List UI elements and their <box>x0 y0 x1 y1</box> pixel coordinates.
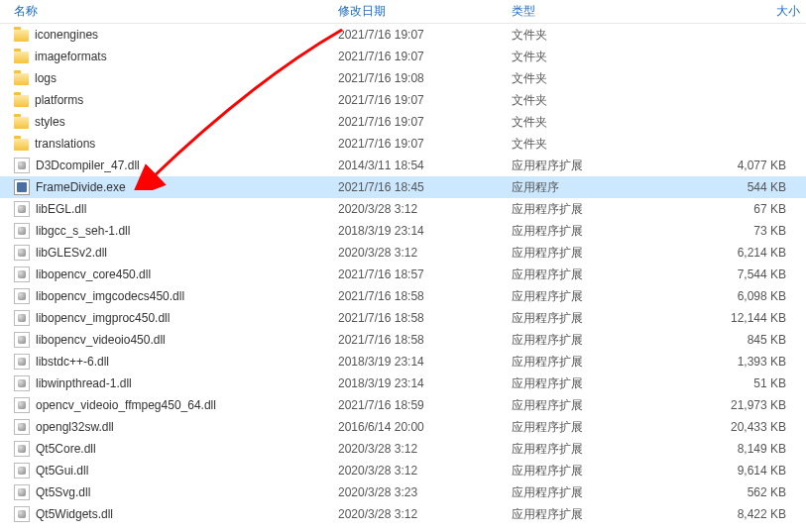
header-type[interactable]: 类型 <box>506 1 659 22</box>
file-row[interactable]: libopencv_imgproc450.dll2021/7/16 18:58应… <box>0 307 806 329</box>
file-size: 20,433 KB <box>659 418 806 436</box>
file-name-cell: iconengines <box>0 26 332 44</box>
dll-icon <box>14 288 30 304</box>
file-name-cell: styles <box>0 113 332 131</box>
file-date: 2018/3/19 23:14 <box>332 222 506 240</box>
file-date: 2021/7/16 18:57 <box>332 266 506 283</box>
dll-icon <box>14 419 30 435</box>
file-type: 应用程序扩展 <box>506 156 659 176</box>
file-size: 12,144 KB <box>659 309 806 327</box>
file-name: D3Dcompiler_47.dll <box>36 159 140 172</box>
dll-icon <box>14 375 30 391</box>
file-row[interactable]: libopencv_core450.dll2021/7/16 18:57应用程序… <box>0 264 806 285</box>
file-row[interactable]: Qt5Widgets.dll2020/3/28 3:12应用程序扩展8,422 … <box>0 503 806 525</box>
file-row[interactable]: Qt5Core.dll2020/3/28 3:12应用程序扩展8,149 KB <box>0 438 806 460</box>
file-size: 1,393 KB <box>659 353 806 371</box>
file-size: 8,422 KB <box>659 505 806 523</box>
file-row[interactable]: libEGL.dll2020/3/28 3:12应用程序扩展67 KB <box>0 198 806 220</box>
file-name: libGLESv2.dll <box>36 246 107 260</box>
dll-icon <box>14 266 30 282</box>
file-row[interactable]: iconengines2021/7/16 19:07文件夹 <box>0 24 806 46</box>
file-row[interactable]: libwinpthread-1.dll2018/3/19 23:14应用程序扩展… <box>0 372 806 394</box>
file-row[interactable]: opengl32sw.dll2016/6/14 20:00应用程序扩展20,43… <box>0 416 806 438</box>
file-name: styles <box>35 115 65 129</box>
dll-icon <box>14 354 30 370</box>
file-name-cell: libEGL.dll <box>0 199 332 219</box>
file-name-cell: D3Dcompiler_47.dll <box>0 156 332 175</box>
file-row[interactable]: translations2021/7/16 19:07文件夹 <box>0 133 806 155</box>
file-date: 2021/7/16 18:58 <box>332 287 506 305</box>
file-date: 2020/3/28 3:12 <box>332 462 506 479</box>
dll-icon <box>14 397 30 413</box>
file-type: 文件夹 <box>506 134 659 155</box>
file-row[interactable]: libstdc++-6.dll2018/3/19 23:14应用程序扩展1,39… <box>0 351 806 372</box>
file-type: 应用程序扩展 <box>506 308 659 329</box>
file-date: 2020/3/28 3:12 <box>332 440 506 458</box>
folder-icon <box>14 52 29 63</box>
header-size[interactable]: 大小 <box>659 1 806 22</box>
file-type: 文件夹 <box>506 90 659 111</box>
file-date: 2021/7/16 18:45 <box>332 178 506 196</box>
file-row[interactable]: opencv_videoio_ffmpeg450_64.dll2021/7/16… <box>0 394 806 416</box>
file-name-cell: platforms <box>0 91 332 109</box>
file-row[interactable]: imageformats2021/7/16 19:07文件夹 <box>0 46 806 67</box>
folder-icon <box>14 73 29 85</box>
file-type: 应用程序扩展 <box>506 504 659 525</box>
file-row[interactable]: libopencv_imgcodecs450.dll2021/7/16 18:5… <box>0 285 806 307</box>
file-type: 应用程序扩展 <box>506 330 659 351</box>
file-row[interactable]: libopencv_videoio450.dll2021/7/16 18:58应… <box>0 329 806 351</box>
file-name-cell: libopencv_videoio450.dll <box>0 330 332 350</box>
folder-icon <box>14 139 29 151</box>
file-size: 7,544 KB <box>659 266 806 283</box>
header-name[interactable]: 名称 <box>0 1 332 22</box>
dll-icon <box>14 310 30 326</box>
file-row[interactable]: libgcc_s_seh-1.dll2018/3/19 23:14应用程序扩展7… <box>0 220 806 242</box>
file-date: 2021/7/16 19:07 <box>332 48 506 65</box>
exe-icon <box>14 179 30 195</box>
file-size: 4,077 KB <box>659 157 806 174</box>
dll-icon <box>14 223 30 239</box>
header-date[interactable]: 修改日期 <box>332 1 506 22</box>
file-name: translations <box>35 137 95 151</box>
file-name: Qt5Gui.dll <box>36 464 88 478</box>
dll-icon <box>14 506 30 522</box>
file-name-cell: opencv_videoio_ffmpeg450_64.dll <box>0 395 332 415</box>
dll-icon <box>14 332 30 348</box>
folder-icon <box>14 30 29 42</box>
file-type: 应用程序扩展 <box>506 461 659 481</box>
file-name: FrameDivide.exe <box>36 180 126 194</box>
file-size <box>659 142 806 146</box>
dll-icon <box>14 463 30 479</box>
file-size <box>659 76 806 80</box>
file-name: opencv_videoio_ffmpeg450_64.dll <box>36 398 216 412</box>
file-row[interactable]: D3Dcompiler_47.dll2014/3/11 18:54应用程序扩展4… <box>0 155 806 176</box>
file-row[interactable]: FrameDivide.exe2021/7/16 18:45应用程序544 KB <box>0 176 806 198</box>
file-type: 应用程序扩展 <box>506 199 659 220</box>
file-date: 2020/3/28 3:12 <box>332 244 506 262</box>
file-size: 845 KB <box>659 331 806 349</box>
file-row[interactable]: Qt5Svg.dll2020/3/28 3:23应用程序扩展562 KB <box>0 481 806 503</box>
file-row[interactable]: logs2021/7/16 19:08文件夹 <box>0 67 806 89</box>
file-name-cell: Qt5Svg.dll <box>0 482 332 502</box>
file-name-cell: imageformats <box>0 48 332 65</box>
file-size: 9,614 KB <box>659 462 806 479</box>
file-name: libopencv_core450.dll <box>36 267 151 281</box>
file-row[interactable]: libGLESv2.dll2020/3/28 3:12应用程序扩展6,214 K… <box>0 242 806 264</box>
file-date: 2020/3/28 3:23 <box>332 483 506 501</box>
file-type: 应用程序扩展 <box>506 265 659 285</box>
file-type: 应用程序扩展 <box>506 417 659 438</box>
file-row[interactable]: Qt5Gui.dll2020/3/28 3:12应用程序扩展9,614 KB <box>0 460 806 481</box>
file-name: logs <box>35 71 57 85</box>
file-name-cell: Qt5Gui.dll <box>0 461 332 480</box>
dll-icon <box>14 245 30 261</box>
folder-icon <box>14 95 29 107</box>
file-type: 应用程序扩展 <box>506 243 659 264</box>
column-headers: 名称 修改日期 类型 大小 <box>0 0 806 24</box>
file-name-cell: libgcc_s_seh-1.dll <box>0 221 332 241</box>
file-name: opengl32sw.dll <box>36 420 114 434</box>
dll-icon <box>14 158 30 173</box>
file-type: 文件夹 <box>506 25 659 46</box>
file-row[interactable]: styles2021/7/16 19:07文件夹 <box>0 111 806 133</box>
file-row[interactable]: platforms2021/7/16 19:07文件夹 <box>0 89 806 111</box>
file-date: 2021/7/16 19:07 <box>332 113 506 131</box>
